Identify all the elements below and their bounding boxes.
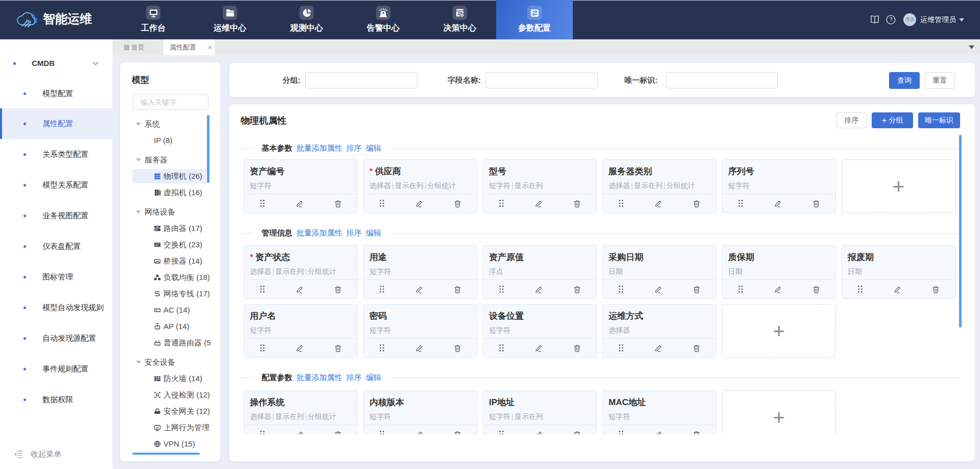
svg-text:?: ?: [889, 16, 892, 22]
